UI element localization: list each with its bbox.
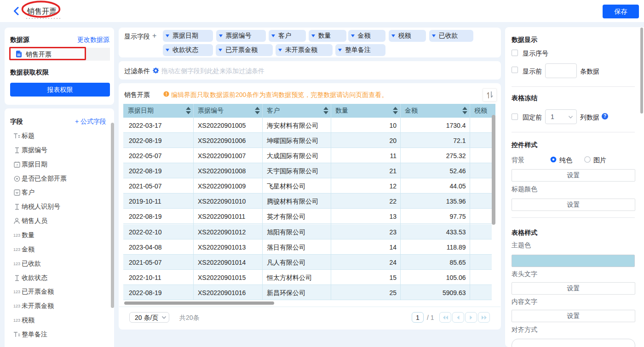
svg-text:7: 7	[16, 163, 17, 167]
